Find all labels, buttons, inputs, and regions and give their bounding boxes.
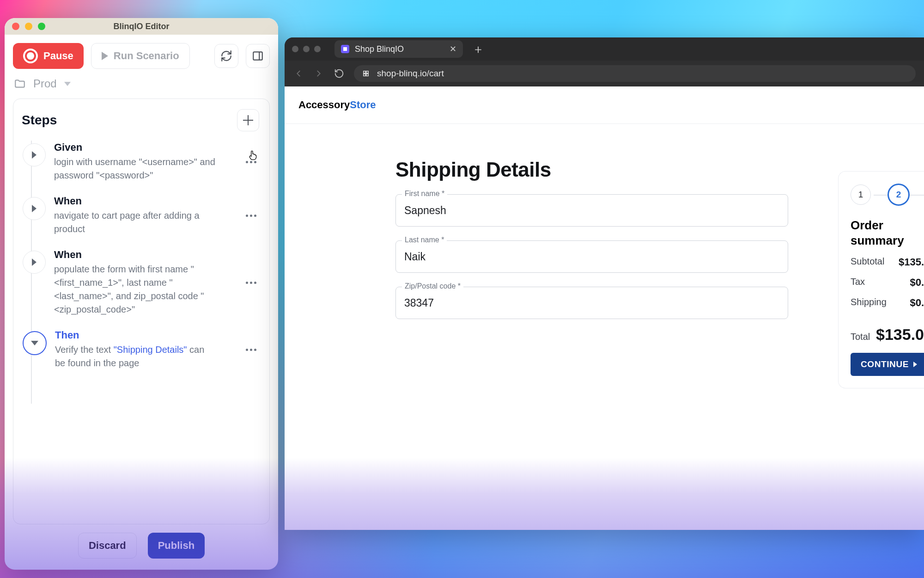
url-text: shop-blinq.io/cart [377,68,444,79]
nav-back-button[interactable] [293,68,304,79]
chevron-right-icon [32,151,36,159]
window-close-dot[interactable] [12,23,19,30]
browser-window: Shop BlinqIO ✕ ＋ shop-blinq.io/cart [285,37,924,530]
summary-total-value: $135.0 [876,326,924,344]
svg-rect-3 [366,71,369,74]
publish-button[interactable]: Publish [148,533,205,559]
stepper-step-2[interactable]: 2 [888,184,910,206]
summary-shipping-value: $0. [910,297,924,309]
chevron-right-icon [32,258,36,266]
page-content: AccessoryStore Shipping Details First na… [285,86,924,530]
order-summary-title: Order summary [851,218,924,248]
store-brand[interactable]: AccessoryStore [298,99,376,111]
store-header: AccessoryStore [285,86,924,124]
chevron-down-icon [31,341,38,345]
url-bar[interactable]: shop-blinq.io/cart [354,65,916,82]
window-zoom-dot[interactable] [38,23,45,30]
discard-button[interactable]: Discard [78,533,137,559]
continue-button[interactable]: CONTINUE [851,353,924,376]
sync-button[interactable] [214,44,238,68]
browser-tabbar: Shop BlinqIO ✕ ＋ [285,37,924,61]
step-row[interactable]: When populate the form with first name "… [20,245,263,320]
page-title: Shipping Details [395,158,788,181]
steps-title: Steps [22,113,57,128]
last-name-field-wrap: Last name * [395,240,788,273]
step-keyword: When [54,195,233,207]
step-keyword: When [54,249,233,261]
nav-forward-button[interactable] [313,68,324,79]
steps-card: Steps Given login with username "<userna… [13,98,270,524]
step-expand-toggle[interactable] [23,331,47,355]
zip-field-wrap: Zip/Postal code * [395,287,788,319]
first-name-field-wrap: First name * [395,194,788,227]
chevron-down-icon [64,82,71,86]
editor-titlebar[interactable]: BlinqIO Editor [5,18,278,35]
first-name-label: First name * [402,190,447,198]
browser-tab-active[interactable]: Shop BlinqIO ✕ [334,40,463,58]
panel-toggle-button[interactable] [246,44,270,68]
site-info-icon[interactable] [361,69,371,78]
last-name-input[interactable] [395,240,788,273]
step-expand-toggle[interactable] [23,143,46,166]
chevron-right-icon [32,205,36,212]
summary-total-label: Total [851,332,870,342]
step-row[interactable]: When navigate to cart page after adding … [20,191,263,240]
window-minimize-dot[interactable] [25,23,32,30]
zip-input[interactable] [395,287,788,319]
zip-label: Zip/Postal code * [402,282,463,290]
step-more-button[interactable] [242,340,260,359]
plus-icon [243,115,253,125]
step-expand-toggle[interactable] [23,197,46,220]
nav-reload-button[interactable] [334,68,345,79]
more-icon [246,161,256,163]
play-icon [102,52,108,60]
step-more-button[interactable] [242,206,260,225]
step-row[interactable]: Given login with username "<username>" a… [20,138,263,186]
step-description: navigate to cart page after adding a pro… [54,209,216,236]
step-description: login with username "<username>" and pas… [54,155,216,182]
more-icon [246,282,256,284]
summary-subtotal-row: Subtotal $135. [851,256,924,268]
browser-toolbar: shop-blinq.io/cart [285,61,924,86]
editor-window: BlinqIO Editor Pause Run Scenario [5,18,278,570]
summary-total-row: Total $135.0 [851,326,924,344]
summary-tax-label: Tax [851,277,865,289]
step-keyword: Then [55,329,233,341]
summary-shipping-row: Shipping $0. [851,297,924,309]
editor-title: BlinqIO Editor [5,22,278,31]
add-step-button[interactable] [237,109,259,131]
order-summary-card: 1 2 Order summary Subtotal $135. Tax $0.… [838,171,924,388]
panel-icon [252,50,264,62]
browser-traffic-dots[interactable] [292,46,321,52]
run-scenario-button[interactable]: Run Scenario [91,43,190,69]
tab-favicon-icon [341,45,349,53]
new-tab-button[interactable]: ＋ [468,41,488,57]
pause-button[interactable]: Pause [13,43,84,69]
folder-icon [14,78,26,90]
environment-selector[interactable]: Prod [5,73,278,98]
summary-tax-row: Tax $0. [851,277,924,289]
run-label: Run Scenario [114,50,179,62]
editor-toolbar: Pause Run Scenario [5,35,278,73]
brand-accent: Store [350,99,376,111]
step-more-button[interactable] [242,273,260,292]
summary-subtotal-label: Subtotal [851,256,884,268]
checkout-stepper: 1 2 [851,184,924,206]
continue-label: CONTINUE [861,359,909,369]
summary-tax-value: $0. [910,277,924,289]
step-expand-toggle[interactable] [23,251,46,274]
summary-subtotal-value: $135. [899,256,924,268]
step-row-active[interactable]: Then Verify the text "Shipping Details" … [20,326,263,374]
step-description: Verify the text "Shipping Details" can b… [55,343,217,370]
svg-rect-5 [366,74,369,76]
more-icon [246,349,256,351]
stepper-step-1[interactable]: 1 [851,184,871,205]
more-icon [246,215,256,217]
step-more-button[interactable] [242,153,260,171]
step-keyword: Given [54,141,233,154]
tab-close-icon[interactable]: ✕ [450,45,456,53]
record-icon [23,49,38,63]
first-name-input[interactable] [395,194,788,227]
svg-rect-0 [253,52,262,60]
step-description: populate the form with first name "<firs… [54,263,216,316]
